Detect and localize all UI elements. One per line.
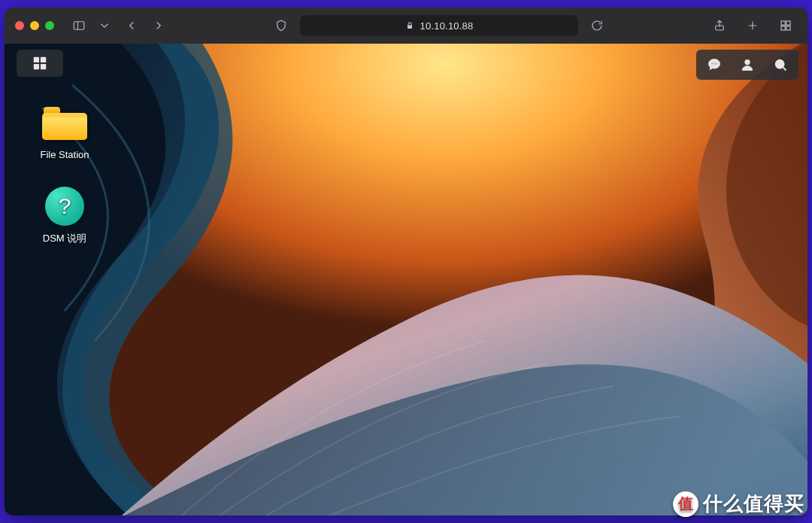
svg-line-19 xyxy=(783,68,786,71)
address-bar[interactable]: 10.10.10.88 xyxy=(300,15,578,36)
tab-dropdown-button[interactable] xyxy=(98,15,111,36)
svg-rect-7 xyxy=(781,26,785,30)
svg-rect-6 xyxy=(786,21,790,25)
browser-toolbar: 10.10.10.88 xyxy=(5,8,807,44)
svg-point-16 xyxy=(716,63,717,65)
new-tab-button[interactable] xyxy=(741,15,764,36)
svg-rect-5 xyxy=(781,21,785,25)
desktop-icon-label: File Station xyxy=(27,149,102,160)
privacy-shield-button[interactable] xyxy=(270,15,292,36)
watermark-badge: 值 xyxy=(673,491,698,517)
reload-button[interactable] xyxy=(586,15,608,36)
svg-rect-10 xyxy=(34,57,39,62)
svg-point-17 xyxy=(745,59,750,65)
page-content: File Station ? DSM 说明 xyxy=(5,44,807,515)
svg-point-14 xyxy=(711,63,713,65)
minimize-window-button[interactable] xyxy=(30,21,39,30)
svg-rect-11 xyxy=(41,57,46,62)
tab-overview-button[interactable] xyxy=(774,15,797,36)
dsm-main-menu-button[interactable] xyxy=(17,50,63,77)
address-text: 10.10.10.88 xyxy=(420,20,474,32)
share-button[interactable] xyxy=(708,15,731,36)
desktop-icon-label: DSM 说明 xyxy=(27,232,102,245)
svg-point-15 xyxy=(714,63,715,65)
search-button[interactable] xyxy=(765,53,795,77)
back-button[interactable] xyxy=(120,15,143,36)
watermark-text: 什么值得买 xyxy=(703,491,804,517)
browser-window: 10.10.10.88 xyxy=(5,8,807,515)
chat-bubble-icon xyxy=(707,57,722,72)
desktop-icon-file-station[interactable]: File Station xyxy=(27,104,102,160)
folder-icon xyxy=(41,104,89,143)
notifications-button[interactable] xyxy=(699,53,729,77)
desktop-icon-dsm-help[interactable]: ? DSM 说明 xyxy=(27,187,102,245)
sidebar-toggle-button[interactable] xyxy=(68,15,90,36)
desktop-wallpaper xyxy=(5,44,807,515)
user-account-button[interactable] xyxy=(732,53,762,77)
help-icon: ? xyxy=(41,187,89,226)
dsm-system-tray xyxy=(696,50,798,80)
svg-rect-0 xyxy=(74,22,84,30)
apps-grid-icon xyxy=(32,55,48,71)
forward-button[interactable] xyxy=(147,15,170,36)
lock-icon xyxy=(405,21,414,30)
svg-rect-12 xyxy=(34,64,39,69)
svg-rect-8 xyxy=(786,26,790,30)
watermark: 值 什么值得买 xyxy=(673,491,804,517)
svg-rect-13 xyxy=(41,64,46,69)
window-controls xyxy=(15,21,54,30)
close-window-button[interactable] xyxy=(15,21,24,30)
zoom-window-button[interactable] xyxy=(45,21,54,30)
user-icon xyxy=(740,57,755,72)
svg-point-18 xyxy=(776,60,784,68)
search-icon xyxy=(773,57,788,72)
